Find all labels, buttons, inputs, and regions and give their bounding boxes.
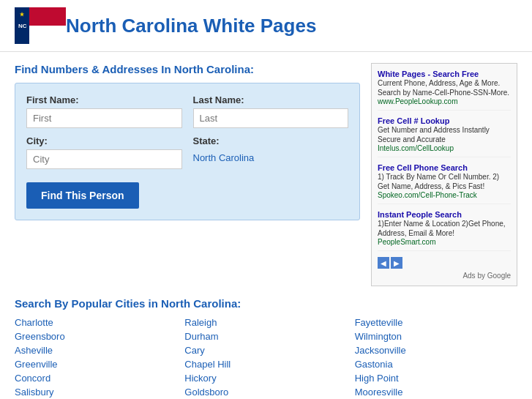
state-value: North Carolina — [193, 149, 349, 163]
ad-1-desc: Current Phone, Address, Age & More. Sear… — [378, 78, 511, 97]
left-section: Find Numbers & Addresses In North Caroli… — [15, 63, 360, 286]
city-label: City: — [26, 135, 182, 146]
cities-grid: CharlotteRaleighFayettevilleGreensboroDu… — [15, 317, 517, 398]
city-link[interactable]: Raleigh — [184, 317, 347, 328]
ad-item-2: Free Cell # Lookup Get Number and Addres… — [378, 116, 511, 157]
ad-3-desc: 1) Track By Name Or Cell Number. 2) Get … — [378, 172, 511, 191]
first-name-group: First Name: — [26, 94, 182, 128]
city-link[interactable]: Hickory — [184, 373, 347, 384]
ad-item-1: White Pages - Search Free Current Phone,… — [378, 70, 511, 111]
ad-item-3: Free Cell Phone Search 1) Track By Name … — [378, 163, 511, 204]
city-group: City: — [26, 135, 182, 169]
svg-rect-2 — [29, 7, 66, 26]
svg-rect-3 — [29, 26, 66, 44]
city-link[interactable]: Goldsboro — [184, 387, 347, 398]
page-title: North Carolina White Pages — [66, 15, 316, 37]
city-input[interactable] — [26, 149, 182, 169]
first-name-label: First Name: — [26, 94, 182, 105]
city-link[interactable]: Wilmington — [355, 331, 517, 342]
city-link[interactable]: Greensboro — [15, 331, 177, 342]
ad-box: White Pages - Search Free Current Phone,… — [371, 63, 517, 286]
find-person-button[interactable]: Find This Person — [26, 182, 139, 209]
ad-item-4: Instant People Search 1)Enter Name & Loc… — [378, 210, 511, 251]
cities-section: Search By Popular Cities in North Caroli… — [0, 297, 532, 399]
ad-4-title[interactable]: Instant People Search — [378, 210, 511, 219]
city-link[interactable]: Fayetteville — [355, 317, 517, 328]
city-link[interactable]: Salisbury — [15, 387, 177, 398]
city-link[interactable]: Concord — [15, 373, 177, 384]
ad-prev-button[interactable]: ◀ — [378, 257, 389, 269]
city-link[interactable]: Durham — [184, 331, 347, 342]
city-link[interactable]: Greenville — [15, 359, 177, 370]
ad-2-title[interactable]: Free Cell # Lookup — [378, 116, 511, 125]
page-header: NC North Carolina White Pages — [0, 0, 532, 52]
city-link[interactable]: Jacksonville — [355, 345, 517, 356]
city-link[interactable]: Mooresville — [355, 387, 517, 398]
search-section-title: Find Numbers & Addresses In North Caroli… — [15, 63, 360, 75]
ad-4-desc: 1)Enter Name & Location 2)Get Phone, Add… — [378, 219, 511, 238]
ads-section: White Pages - Search Free Current Phone,… — [371, 63, 517, 286]
city-link[interactable]: Gastonia — [355, 359, 517, 370]
cities-title: Search By Popular Cities in North Caroli… — [15, 297, 517, 310]
ad-1-title[interactable]: White Pages - Search Free — [378, 70, 511, 78]
ad-3-title[interactable]: Free Cell Phone Search — [378, 163, 511, 172]
city-link[interactable]: Charlotte — [15, 317, 177, 328]
state-label: State: — [193, 135, 349, 146]
city-link[interactable]: Asheville — [15, 345, 177, 356]
first-name-input[interactable] — [26, 108, 182, 128]
city-link[interactable]: Chapel Hill — [184, 359, 347, 370]
last-name-label: Last Name: — [193, 94, 349, 105]
city-link[interactable]: High Point — [355, 373, 517, 384]
city-link[interactable]: Cary — [184, 345, 347, 356]
last-name-group: Last Name: — [193, 94, 349, 128]
last-name-input[interactable] — [193, 108, 349, 128]
ad-2-url[interactable]: Intelus.com/CellLookup — [378, 144, 511, 152]
ad-3-url[interactable]: Spokeo.com/Cell-Phone-Track — [378, 191, 511, 199]
main-content: Find Numbers & Addresses In North Caroli… — [0, 52, 532, 297]
state-group: State: North Carolina — [193, 135, 349, 169]
search-box: First Name: Last Name: City: State: Nort… — [15, 83, 360, 220]
ads-by-google: Ads by Google — [378, 272, 511, 280]
ad-2-desc: Get Number and Address Instantly Secure … — [378, 125, 511, 144]
svg-text:NC: NC — [18, 23, 27, 29]
name-row: First Name: Last Name: — [26, 94, 348, 128]
ad-4-url[interactable]: PeopleSmart.com — [378, 238, 511, 246]
location-row: City: State: North Carolina — [26, 135, 348, 169]
ad-next-button[interactable]: ▶ — [391, 257, 402, 269]
ad-1-url[interactable]: www.PeopleLookup.com — [378, 97, 511, 105]
nc-flag-icon: NC — [15, 7, 66, 44]
ad-navigation: ◀ ▶ — [378, 257, 511, 269]
